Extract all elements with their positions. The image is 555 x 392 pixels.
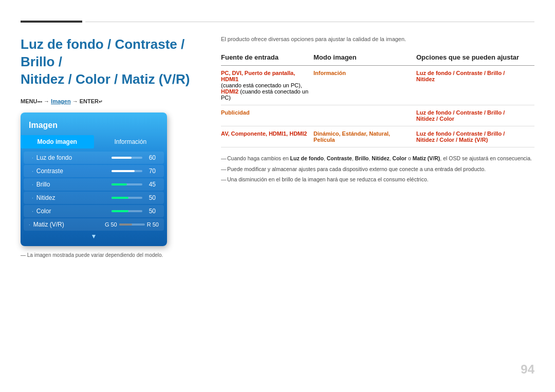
tab-modo-imagen[interactable]: Modo imagen xyxy=(21,135,94,148)
menu-item-matiz[interactable]: · Matiz (V/R) G 50 R 50 xyxy=(24,218,164,231)
cell-options-1: Luz de fondo / Contraste / Brillo / Niti… xyxy=(416,66,534,105)
col-header-mode: Modo imagen xyxy=(313,50,416,66)
options-rest-2: Nitidez / Color xyxy=(416,116,454,122)
note-item-2: Puede modificar y almacenar ajustes para… xyxy=(221,165,534,173)
panel-scroll-arrow[interactable]: ▼ xyxy=(21,233,167,242)
options-colored-2: Luz de fondo / Contraste / Brillo / xyxy=(416,109,505,116)
source-hdmi2: HDMI2 xyxy=(221,88,238,95)
matiz-r-value: R 50 xyxy=(147,221,159,228)
product-intro: El producto ofrece diversas opciones par… xyxy=(221,36,534,42)
options-rest-3: Nitidez / Color / Matiz (V/R) xyxy=(416,137,488,143)
dot-icon: · xyxy=(29,222,30,228)
table-row: AV, Componente, HDMI1, HDMI2 Dinámico, E… xyxy=(221,126,534,147)
tv-panel: Imagen Modo imagen Información · Luz de … xyxy=(21,113,167,246)
item-value-nitidez: 50 xyxy=(145,194,156,201)
dot-icon: · xyxy=(32,209,33,214)
table-row: Publicidad Luz de fondo / Contraste / Br… xyxy=(221,105,534,126)
cell-options-3: Luz de fondo / Contraste / Brillo / Niti… xyxy=(416,126,534,147)
item-label-brillo: Brillo xyxy=(36,181,112,188)
menu-item-nitidez[interactable]: · Nitidez 50 xyxy=(24,192,164,204)
slider-brillo[interactable] xyxy=(112,183,142,185)
tab-informacion[interactable]: Información xyxy=(94,135,168,148)
source-colored-1: PC, DVI, Puerto de pantalla, HDMI1 xyxy=(221,70,295,82)
dot-icon: · xyxy=(32,195,33,201)
slider-matiz[interactable] xyxy=(119,223,145,226)
slider-contraste[interactable] xyxy=(112,170,142,172)
options-colored-1: Luz de fondo / Contraste / Brillo / xyxy=(416,70,505,76)
item-value-luz-fondo: 60 xyxy=(145,154,156,161)
dot-icon: · xyxy=(32,155,33,161)
cell-options-2: Luz de fondo / Contraste / Brillo / Niti… xyxy=(416,105,534,126)
note-item-3: Una disminución en el brillo de la image… xyxy=(221,176,534,183)
item-label-luz-fondo: Luz de fondo xyxy=(36,154,112,161)
top-line-light xyxy=(85,22,534,22)
cell-mode-1: Información xyxy=(313,66,416,105)
dot-icon: · xyxy=(32,182,33,188)
menu-instruction: MENU▪▪▪ → Imagen → ENTER↵ xyxy=(21,98,211,104)
item-value-contraste: 70 xyxy=(145,167,156,175)
options-colored-3: Luz de fondo / Contraste / Brillo / xyxy=(416,130,505,137)
cell-mode-2 xyxy=(313,105,416,126)
top-decoration xyxy=(21,21,534,23)
mode-colored-1: Información xyxy=(313,70,346,76)
slider-luz-fondo[interactable] xyxy=(112,157,142,159)
top-line-dark xyxy=(21,21,82,23)
col-header-source: Fuente de entrada xyxy=(221,50,313,66)
menu-item-color[interactable]: · Color 50 xyxy=(24,205,164,217)
info-table: Fuente de entrada Modo imagen Opciones q… xyxy=(221,50,534,147)
page-number: 94 xyxy=(521,362,534,377)
tv-panel-tabs: Modo imagen Información xyxy=(21,135,167,148)
slider-nitidez[interactable] xyxy=(112,197,142,199)
mode-colored-3: Dinámico, Estándar, Natural, Película xyxy=(313,130,390,143)
cell-source-1: PC, DVI, Puerto de pantalla, HDMI1 (cuan… xyxy=(221,66,313,105)
image-note: — La imagen mostrada puede variar depend… xyxy=(21,252,211,258)
matiz-g-value: G 50 xyxy=(105,221,117,228)
cell-source-3: AV, Componente, HDMI1, HDMI2 xyxy=(221,126,313,147)
table-row: PC, DVI, Puerto de pantalla, HDMI1 (cuan… xyxy=(221,66,534,105)
item-label-matiz: Matiz (V/R) xyxy=(33,221,64,228)
notes-section: Cuando haga cambios en Luz de fondo, Con… xyxy=(221,155,534,183)
cell-mode-3: Dinámico, Estándar, Natural, Película xyxy=(313,126,416,147)
page-title: Luz de fondo / Contraste / Brillo / Niti… xyxy=(21,36,211,88)
item-label-contraste: Contraste xyxy=(36,167,112,175)
menu-item-contraste[interactable]: · Contraste 70 xyxy=(24,165,164,177)
source-colored-2: Publicidad xyxy=(221,109,250,116)
note-item-1: Cuando haga cambios en Luz de fondo, Con… xyxy=(221,155,534,162)
source-plain-1: (cuando está conectado un PC), xyxy=(221,82,302,88)
item-value-color: 50 xyxy=(145,208,156,215)
tv-panel-title: Imagen xyxy=(21,119,167,135)
menu-item-luz-fondo[interactable]: · Luz de fondo 60 xyxy=(24,152,164,164)
menu-item-brillo[interactable]: · Brillo 45 xyxy=(24,178,164,191)
col-header-options: Opciones que se pueden ajustar xyxy=(416,50,534,66)
item-label-color: Color xyxy=(36,208,112,215)
cell-source-2: Publicidad xyxy=(221,105,313,126)
item-label-nitidez: Nitidez xyxy=(36,194,112,201)
item-value-brillo: 45 xyxy=(145,181,156,188)
left-column: Luz de fondo / Contraste / Brillo / Niti… xyxy=(21,36,211,258)
source-colored-3: AV, Componente, HDMI1, HDMI2 xyxy=(221,130,307,137)
dot-icon: · xyxy=(32,169,33,174)
right-column: El producto ofrece diversas opciones par… xyxy=(221,36,534,186)
options-nitidez-1: Nitidez xyxy=(416,76,435,82)
slider-color[interactable] xyxy=(112,210,142,212)
